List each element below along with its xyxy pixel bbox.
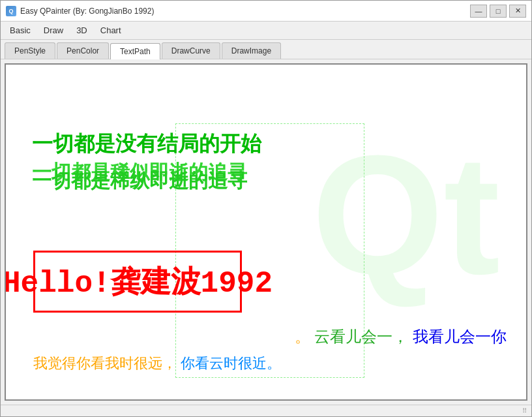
bottom-cloud-text: 云看儿会一， <box>314 328 408 345</box>
tab-penstyle[interactable]: PenStyle <box>5 42 55 59</box>
minimize-button[interactable]: — <box>470 5 487 18</box>
menu-bar: Basic Draw 3D Chart <box>1 22 531 40</box>
drawing-canvas: Qt 一切都是没有结局的开始 一切都是稀似即逝的追寻 一切都是稀纵即逝的追寻 H… <box>5 63 527 401</box>
text-line-1: 一切都是没有结局的开始 <box>32 130 261 159</box>
bottom-me-text: 我看儿会一你 <box>413 328 507 345</box>
bottom-text-line-1: 。 云看儿会一， 我看儿会一你 <box>295 326 507 347</box>
bottom-blue-text: 你看云时很近。 <box>181 355 281 371</box>
menu-item-draw[interactable]: Draw <box>37 23 70 38</box>
app-icon: Q <box>6 6 16 16</box>
title-bar: Q Easy QPainter (By: GongJianBo 1992) — … <box>1 1 531 22</box>
window-title: Easy QPainter (By: GongJianBo 1992) <box>20 7 154 16</box>
bottom-text-line-2: 我觉得你看我时很远， 你看云时很近。 <box>33 354 281 373</box>
menu-item-3d[interactable]: 3D <box>70 23 94 38</box>
hello-text: Hello!龚建波1992 <box>5 262 273 302</box>
main-window: Q Easy QPainter (By: GongJianBo 1992) — … <box>0 0 532 417</box>
resize-handle[interactable]: ⠿ <box>520 407 529 416</box>
tab-textpath[interactable]: TextPath <box>110 43 160 59</box>
bottom-dot: 。 <box>295 328 310 345</box>
menu-item-basic[interactable]: Basic <box>3 23 37 38</box>
bottom-orange-text: 我觉得你看我时很远， <box>33 355 177 371</box>
content-area: Qt 一切都是没有结局的开始 一切都是稀似即逝的追寻 一切都是稀纵即逝的追寻 H… <box>1 59 531 405</box>
status-bar: ⠿ <box>1 405 531 416</box>
tab-pencolor[interactable]: PenColor <box>57 42 109 59</box>
maximize-button[interactable]: □ <box>490 5 507 18</box>
menu-item-chart[interactable]: Chart <box>94 23 128 38</box>
hello-box: Hello!龚建波1992 <box>33 251 242 313</box>
text-line-3: 一切都是稀纵即逝的追寻 <box>32 168 247 194</box>
window-controls: — □ ✕ <box>470 5 526 18</box>
close-button[interactable]: ✕ <box>509 5 526 18</box>
tab-bar: PenStyle PenColor TextPath DrawCurve Dra… <box>1 40 531 59</box>
qt-watermark: Qt <box>312 130 500 300</box>
title-bar-left: Q Easy QPainter (By: GongJianBo 1992) <box>6 6 154 16</box>
tab-drawcurve[interactable]: DrawCurve <box>162 42 220 59</box>
tab-drawimage[interactable]: DrawImage <box>222 42 281 59</box>
